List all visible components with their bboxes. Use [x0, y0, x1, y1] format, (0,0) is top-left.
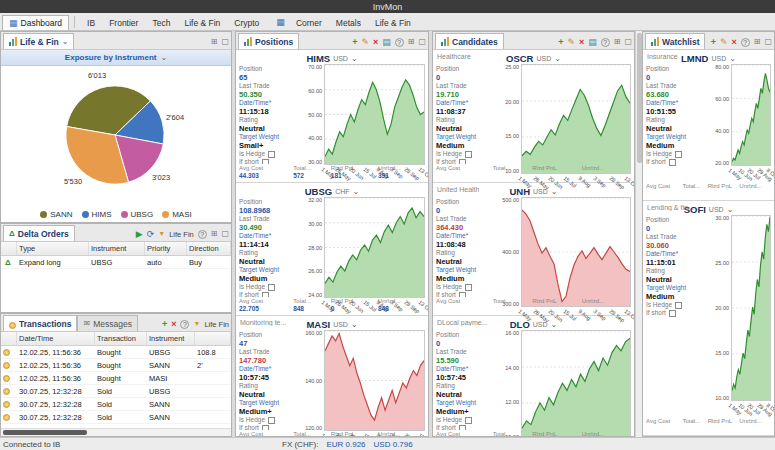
- help-icon[interactable]: ?: [395, 38, 404, 47]
- instrument-card[interactable]: HIMS USD ⌄ Position 65 Last Trade 50.350: [236, 50, 428, 183]
- tab-transactions[interactable]: Transactions: [3, 315, 77, 331]
- transaction-row[interactable]: 12.02.25, 11:56:36 Bought SANN 2': [1, 359, 231, 372]
- tab-messages[interactable]: ✉ Messages: [77, 315, 137, 331]
- float-panel-icon[interactable]: ⊞: [754, 37, 761, 47]
- tab-candidates[interactable]: Candidates: [435, 33, 504, 49]
- chevron-down-icon: ⌄: [554, 54, 561, 63]
- instrument-card[interactable]: UBSG CHF ⌄ Position 108.8968 Last Trade …: [236, 183, 428, 316]
- workspace-tab[interactable]: Tech: [145, 15, 177, 30]
- tab-positions[interactable]: Positions: [238, 33, 299, 49]
- filter-label[interactable]: Life Fin: [204, 320, 229, 329]
- is-hedge-checkbox[interactable]: [268, 284, 275, 291]
- float-panel-icon[interactable]: ⊞: [614, 37, 621, 47]
- instrument-selector[interactable]: UNH USD ⌄: [509, 186, 557, 197]
- add-icon[interactable]: +: [558, 37, 563, 47]
- transaction-row[interactable]: 30.07.25, 12:32:28 Sold UBSG: [1, 385, 231, 398]
- middle-tab[interactable]: Life & Fin: [368, 15, 418, 30]
- delta-order-row[interactable]: Δ Expand long UBSG auto Buy: [1, 256, 231, 269]
- middle-tab-label: Corner: [296, 18, 322, 28]
- float-panel-icon[interactable]: ⊞: [211, 229, 218, 239]
- float-panel-icon[interactable]: ⊞: [211, 37, 218, 47]
- edit-icon[interactable]: ✎: [720, 37, 728, 47]
- middle-tab[interactable]: Corner: [289, 15, 329, 30]
- column-instrument[interactable]: Instrument: [89, 242, 145, 255]
- delete-icon[interactable]: ×: [579, 37, 584, 47]
- if-short-checkbox[interactable]: [669, 310, 676, 317]
- instrument-card[interactable]: Lending & fin... SOFI USD ⌄ Position 0: [643, 201, 774, 436]
- is-hedge-checkbox[interactable]: [465, 417, 472, 424]
- exposure-view-selector[interactable]: Exposure by Instrument ⌄: [1, 50, 231, 66]
- tab-delta-orders[interactable]: Δ Delta Orders: [3, 225, 75, 241]
- help-icon[interactable]: ?: [198, 230, 207, 239]
- column-transaction[interactable]: Transaction: [95, 332, 147, 345]
- instrument-selector[interactable]: DLO USD ⌄: [510, 319, 558, 330]
- middle-tab[interactable]: Metals: [329, 15, 368, 30]
- maximize-panel-icon[interactable]: ▢: [624, 37, 632, 47]
- filter-label[interactable]: Life Fin: [169, 230, 194, 239]
- maximize-panel-icon[interactable]: ▢: [221, 37, 229, 47]
- workspace-tab[interactable]: Crypto: [227, 15, 266, 30]
- table-icon[interactable]: ▤: [382, 37, 391, 47]
- transaction-row[interactable]: 30.07.25, 12:32:28 Sold SANN: [1, 398, 231, 411]
- help-icon[interactable]: ?: [601, 38, 610, 47]
- positions-card-list: HIMS USD ⌄ Position 65 Last Trade 50.350: [236, 50, 428, 436]
- instrument-selector[interactable]: OSCR USD ⌄: [506, 53, 561, 64]
- is-hedge-checkbox[interactable]: [465, 284, 472, 291]
- tab-dashboard[interactable]: ▦ Dashboard: [2, 15, 69, 30]
- delete-icon[interactable]: ×: [373, 37, 378, 47]
- instrument-card[interactable]: Monitoring te... MASI USD ⌄ Position 47: [236, 316, 428, 436]
- maximize-panel-icon[interactable]: ▢: [418, 37, 426, 47]
- instrument-selector[interactable]: MASI USD ⌄: [306, 319, 357, 330]
- column-price[interactable]: [195, 332, 231, 345]
- target-weight-value: Small+: [239, 141, 301, 150]
- scrollbar-thumb[interactable]: [637, 33, 642, 163]
- table-icon[interactable]: ▤: [588, 37, 597, 47]
- column-datetime[interactable]: Date/Time: [17, 332, 95, 345]
- help-icon[interactable]: ?: [741, 38, 750, 47]
- if-short-checkbox[interactable]: [669, 159, 676, 166]
- instrument-card[interactable]: Healthcare OSCR USD ⌄ Position 0: [433, 50, 634, 183]
- instrument-selector[interactable]: HIMS USD ⌄: [306, 53, 357, 64]
- float-panel-icon[interactable]: ⊞: [408, 37, 415, 47]
- add-icon[interactable]: +: [352, 37, 357, 47]
- column-priority[interactable]: Priority: [145, 242, 187, 255]
- is-hedge-checkbox[interactable]: [465, 151, 472, 158]
- add-icon[interactable]: +: [162, 319, 167, 329]
- play-icon[interactable]: ▶: [136, 229, 143, 239]
- instrument-card[interactable]: United Health UNH USD ⌄ Position 0: [433, 183, 634, 316]
- maximize-panel-icon[interactable]: ▢: [221, 229, 229, 239]
- transaction-row[interactable]: 12.02.25, 11:56:36 Bought MASI: [1, 372, 231, 385]
- workspace-tab[interactable]: IB: [80, 15, 102, 30]
- workspace-tab[interactable]: Frontier: [102, 15, 145, 30]
- delete-icon[interactable]: ×: [731, 37, 736, 47]
- is-hedge-checkbox[interactable]: [268, 417, 275, 424]
- edit-icon[interactable]: ✎: [567, 37, 575, 47]
- is-hedge-checkbox[interactable]: [675, 302, 682, 309]
- refresh-icon[interactable]: ⟳: [147, 229, 155, 239]
- vertical-scrollbar[interactable]: [635, 31, 642, 437]
- tab-watchlist[interactable]: Watchlist: [645, 33, 705, 49]
- help-icon[interactable]: ?: [180, 320, 189, 329]
- column-type[interactable]: Type: [17, 242, 89, 255]
- add-icon[interactable]: +: [711, 37, 716, 47]
- maximize-panel-icon[interactable]: ▢: [764, 37, 772, 47]
- is-hedge-checkbox[interactable]: [268, 151, 275, 158]
- instrument-selector[interactable]: LMND USD ⌄: [681, 53, 736, 64]
- delete-icon[interactable]: ×: [171, 319, 176, 329]
- column-instrument[interactable]: Instrument: [147, 332, 195, 345]
- column-direction[interactable]: Direction: [187, 242, 231, 255]
- edit-icon[interactable]: ✎: [361, 37, 369, 47]
- instrument-card[interactable]: DLocal payme... DLO USD ⌄ Position 0: [433, 316, 634, 436]
- instrument-selector[interactable]: UBSG CHF ⌄: [305, 186, 360, 197]
- horizontal-scrollbar[interactable]: [1, 428, 231, 436]
- transaction-row[interactable]: 12.02.25, 11:56:36 Bought UBSG 108.8: [1, 346, 231, 359]
- legend-item: HIMS: [82, 210, 112, 219]
- filter-icon[interactable]: ▼: [158, 229, 165, 239]
- tab-life-fin-panel[interactable]: Life & Fin ⌄: [3, 33, 74, 49]
- scrollbar-thumb[interactable]: [3, 430, 87, 435]
- filter-icon[interactable]: ▼: [193, 319, 200, 329]
- transaction-row[interactable]: 30.07.25, 12:32:28 Sold SANN: [1, 411, 231, 424]
- is-hedge-checkbox[interactable]: [675, 151, 682, 158]
- instrument-card[interactable]: Insurance LMND USD ⌄ Position 0 L: [643, 50, 774, 201]
- workspace-tab[interactable]: Life & Fin: [177, 15, 227, 30]
